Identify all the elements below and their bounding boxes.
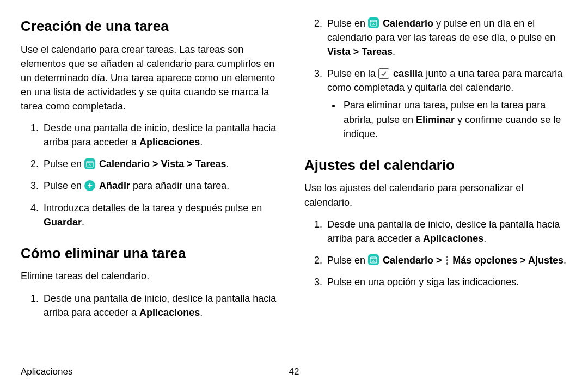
svg-text:29: 29 bbox=[372, 22, 375, 26]
intro-delete-task: Elimine tareas del calendario. bbox=[21, 269, 284, 283]
plus-icon: + bbox=[84, 180, 95, 191]
step-1: Desde una pantalla de inicio, deslice la… bbox=[41, 121, 284, 149]
steps-delete-task-start: Desde una pantalla de inicio, deslice la… bbox=[21, 291, 284, 320]
settings-step-1: Desde una pantalla de inicio, deslice la… bbox=[325, 217, 567, 246]
steps-delete-task-cont: Pulse en 29 Calendario y pulse en un día… bbox=[304, 16, 567, 141]
delete-step-1: Desde una pantalla de inicio, deslice la… bbox=[41, 291, 284, 320]
delete-substeps: Para eliminar una tarea, pulse en la tar… bbox=[327, 98, 567, 140]
steps-calendar-settings: Desde una pantalla de inicio, deslice la… bbox=[304, 217, 567, 289]
footer-page-number: 42 bbox=[289, 365, 299, 379]
footer-section: Aplicaciones bbox=[21, 365, 72, 379]
step-4: Introduzca detalles de la tarea y despué… bbox=[41, 201, 284, 229]
checkbox-icon bbox=[378, 68, 389, 79]
left-column: Creación de una tarea Use el calendario … bbox=[21, 16, 284, 327]
page-columns: Creación de una tarea Use el calendario … bbox=[21, 16, 567, 327]
more-options-icon bbox=[446, 256, 449, 265]
calendar-icon: 29 bbox=[368, 254, 379, 265]
calendar-icon: 29 bbox=[368, 17, 379, 28]
step-3: Pulse en + Añadir para añadir una tarea. bbox=[41, 179, 284, 193]
settings-step-3: Pulse en una opción y siga las indicacio… bbox=[325, 275, 567, 289]
heading-delete-task: Cómo eliminar una tarea bbox=[21, 243, 284, 264]
heading-create-task: Creación de una tarea bbox=[21, 16, 284, 37]
settings-step-2: Pulse en 29 Calendario > Más opciones > … bbox=[325, 253, 567, 267]
steps-create-task: Desde una pantalla de inicio, deslice la… bbox=[21, 121, 284, 229]
step-2: Pulse en 29 Calendario > Vista > Tareas. bbox=[41, 157, 284, 171]
heading-calendar-settings: Ajustes del calendario bbox=[304, 155, 567, 176]
right-column: Pulse en 29 Calendario y pulse en un día… bbox=[304, 16, 567, 327]
intro-calendar-settings: Use los ajustes del calendario para pers… bbox=[304, 181, 567, 209]
delete-step-3: Pulse en la casilla junto a una tarea pa… bbox=[325, 66, 567, 140]
intro-create-task: Use el calendario para crear tareas. Las… bbox=[21, 42, 284, 113]
calendar-icon: 29 bbox=[84, 158, 95, 169]
svg-text:29: 29 bbox=[88, 163, 91, 167]
delete-bullet: Para eliminar una tarea, pulse en la tar… bbox=[341, 98, 567, 140]
page-footer: Aplicaciones 42 bbox=[21, 365, 567, 379]
svg-text:29: 29 bbox=[372, 259, 375, 262]
delete-step-2: Pulse en 29 Calendario y pulse en un día… bbox=[325, 16, 567, 59]
